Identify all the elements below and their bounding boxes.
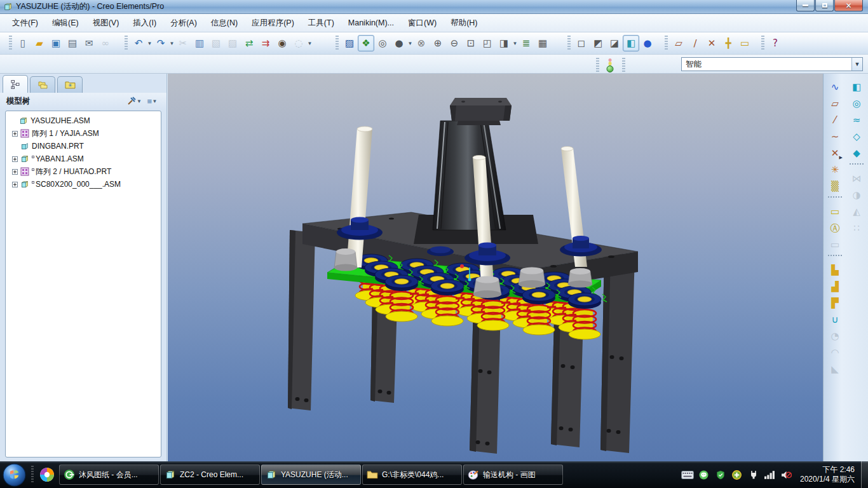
- reorient-icon[interactable]: ◰: [479, 35, 496, 51]
- paste-special-icon[interactable]: ▨: [224, 35, 241, 51]
- annotation-display-icon[interactable]: ▭: [736, 35, 753, 51]
- toolbar-grip[interactable]: [761, 36, 764, 51]
- chevron-down-icon[interactable]: ▼: [851, 58, 862, 71]
- datum-plane-icon[interactable]: ▱: [827, 95, 843, 112]
- shell-tool-icon[interactable]: ◔: [827, 328, 843, 344]
- redo-icon[interactable]: ↷: [153, 35, 169, 51]
- revolve-tool-icon[interactable]: ◎: [848, 95, 865, 112]
- menu-item-7[interactable]: 应用程序(P): [245, 15, 301, 31]
- menu-item-4[interactable]: 插入(I): [126, 15, 163, 31]
- toolbar-grip[interactable]: [665, 36, 668, 51]
- regenerate-custom-icon[interactable]: ⇉: [257, 35, 274, 51]
- merge-tool-icon[interactable]: ◑: [848, 187, 865, 203]
- repaint-icon[interactable]: ▨: [341, 35, 358, 51]
- hidden-line-icon[interactable]: ◩: [590, 35, 606, 51]
- save-file-icon[interactable]: ▣: [48, 35, 64, 51]
- select-region-icon[interactable]: ◌: [290, 35, 307, 51]
- mirror-tool-icon[interactable]: ⋈: [848, 170, 865, 187]
- notes-group-icon[interactable]: ▭: [827, 236, 843, 253]
- safe-center-icon[interactable]: [731, 468, 743, 481]
- menu-item-5[interactable]: 分析(A): [163, 15, 204, 31]
- shaded-icon[interactable]: ◧: [623, 35, 639, 51]
- new-file-icon[interactable]: ▯: [15, 35, 31, 51]
- link-icon[interactable]: ∞: [97, 35, 114, 51]
- layers-icon[interactable]: ≣: [518, 35, 534, 51]
- csys-display-icon[interactable]: ╋: [720, 35, 736, 51]
- toolbar-grip[interactable]: [125, 36, 128, 51]
- note-icon[interactable]: ▭: [827, 203, 843, 220]
- expand-icon[interactable]: [12, 169, 18, 175]
- saved-views-dropdown-icon[interactable]: ▼: [512, 41, 518, 46]
- taskbar-button-3[interactable]: YASUZUHE (活动...: [261, 464, 361, 485]
- send-mail-icon[interactable]: ✉: [81, 35, 97, 51]
- menu-item-9[interactable]: Manikin(M)...: [341, 16, 401, 30]
- swept-blend-tool-icon[interactable]: ◇: [848, 128, 865, 145]
- sweep-tool-icon[interactable]: ≈: [848, 112, 865, 128]
- redo-dropdown-icon[interactable]: ▼: [169, 41, 175, 46]
- zoom-in-icon[interactable]: ⊕: [430, 35, 446, 51]
- pattern-tool-icon[interactable]: ∷: [848, 220, 865, 236]
- wireframe-icon[interactable]: ◻: [573, 35, 590, 51]
- taskbar-clock[interactable]: 下午 2:46 2020/1/4 星期六: [800, 465, 855, 484]
- hole-tool-icon[interactable]: ∪: [827, 311, 843, 328]
- favorites-tab[interactable]: ✳: [57, 76, 83, 93]
- taskbar-button-4[interactable]: G:\非标类\044鸡...: [362, 464, 462, 485]
- tree-item-3[interactable]: DINGBAN.PRT: [6, 140, 161, 152]
- tree-settings-button[interactable]: ≡▼: [144, 95, 160, 108]
- point-display-icon[interactable]: ✕: [703, 35, 720, 51]
- no-hidden-icon[interactable]: ◪: [606, 35, 623, 51]
- menu-item-3[interactable]: 视图(V): [86, 15, 126, 31]
- flyout-arrow-icon[interactable]: ▶: [839, 155, 843, 160]
- tree-item-4[interactable]: YABAN1.ASM: [6, 152, 161, 165]
- security-shield-icon[interactable]: [714, 468, 727, 481]
- pan-zoom-icon[interactable]: ⊗: [413, 35, 430, 51]
- datum-axis-icon[interactable]: ⁄: [827, 112, 843, 128]
- volume-muted-icon[interactable]: [780, 468, 793, 481]
- assemble-manikin-icon[interactable]: ▟: [827, 278, 843, 295]
- balloon-note-icon[interactable]: Ⓐ: [827, 220, 843, 236]
- view-manager-icon[interactable]: ▦: [534, 35, 551, 51]
- graphics-viewport[interactable]: [168, 74, 823, 461]
- tree-item-6[interactable]: SC80X200_000___.ASM: [6, 178, 161, 191]
- trim-tool-icon[interactable]: ◭: [848, 203, 865, 220]
- start-button[interactable]: [3, 463, 26, 487]
- cut-icon[interactable]: ✂: [175, 35, 191, 51]
- assemble-component-icon[interactable]: ▙: [827, 262, 843, 278]
- datum-point-icon[interactable]: ✕▶: [827, 145, 843, 161]
- offset-point-icon[interactable]: ▒: [827, 178, 843, 194]
- expand-icon[interactable]: [12, 182, 18, 187]
- axis-display-icon[interactable]: ∕: [687, 35, 703, 51]
- open-file-icon[interactable]: ▰: [31, 35, 48, 51]
- restore-button[interactable]: [815, 0, 834, 11]
- tree-filters-button[interactable]: ▼: [125, 95, 144, 107]
- show-desktop-button[interactable]: [861, 461, 868, 488]
- input-method-icon[interactable]: [681, 468, 694, 481]
- tree-item-2[interactable]: 阵列 1 / YAJIA.ASM: [6, 127, 161, 140]
- regenerate-icon[interactable]: ⇄: [241, 35, 257, 51]
- datum-curve-icon[interactable]: ∼: [827, 128, 843, 145]
- datum-csys-icon[interactable]: ✳: [827, 161, 843, 178]
- boundary-blend-tool-icon[interactable]: ◆: [848, 145, 865, 161]
- network-signal-icon[interactable]: [764, 468, 776, 481]
- spin-center-icon[interactable]: ❖: [358, 35, 374, 51]
- style-tool-icon[interactable]: ∿: [827, 79, 843, 95]
- tree-item-1[interactable]: YASUZUHE.ASM: [6, 114, 161, 127]
- context-help-icon[interactable]: ?: [767, 35, 783, 51]
- zoom-out-icon[interactable]: ⊖: [446, 35, 463, 51]
- paste-icon[interactable]: ▧: [208, 35, 224, 51]
- extrude-tool-icon[interactable]: ◧: [848, 79, 865, 95]
- taskbar-button-1[interactable]: 沐风图纸 - 会员...: [59, 464, 159, 485]
- saved-views-icon[interactable]: ◨: [496, 35, 512, 51]
- refit-icon[interactable]: ⊡: [463, 35, 479, 51]
- usb-device-icon[interactable]: [747, 468, 760, 481]
- round-tool-icon[interactable]: ◠: [827, 344, 843, 361]
- expand-icon[interactable]: [12, 156, 18, 162]
- tree-item-5[interactable]: 阵列 2 / HUATAO.PRT: [6, 165, 161, 178]
- menu-item-2[interactable]: 编辑(E): [45, 15, 86, 31]
- expand-icon[interactable]: [12, 131, 18, 137]
- menu-item-8[interactable]: 工具(T): [301, 15, 341, 31]
- plane-display-icon[interactable]: ▱: [670, 35, 687, 51]
- shaded-style-icon[interactable]: ●: [391, 35, 407, 51]
- close-button[interactable]: ✕: [834, 0, 863, 11]
- menu-item-6[interactable]: 信息(N): [204, 15, 245, 31]
